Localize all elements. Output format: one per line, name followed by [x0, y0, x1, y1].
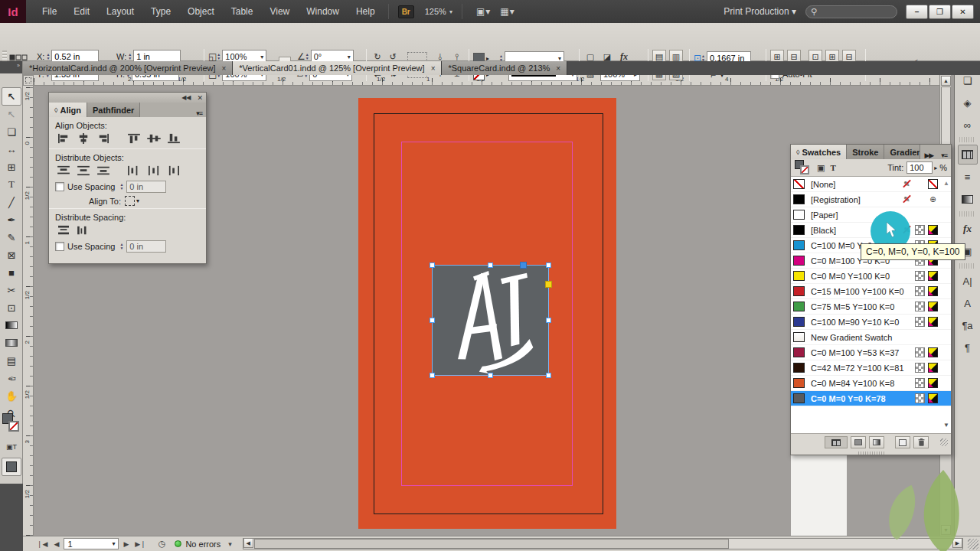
selection-tool[interactable]: ↖ — [2, 87, 21, 106]
dist-bottom-button[interactable] — [93, 164, 113, 178]
swatch-row[interactable]: C=0 M=100 Y=53 K=37 — [791, 345, 951, 360]
show-all-swatches-button[interactable] — [825, 436, 848, 448]
show-gradient-swatches-button[interactable] — [869, 436, 884, 448]
show-color-swatches-button[interactable] — [851, 436, 866, 448]
close-tab-icon[interactable]: × — [431, 64, 436, 73]
panel-collapse-icon[interactable]: » — [0, 61, 22, 73]
swatch-row[interactable]: [Registration]✎⊕ — [791, 192, 951, 207]
arrange-documents-button[interactable]: ▦▾ — [500, 6, 514, 17]
links-icon[interactable]: ∞ — [958, 115, 978, 135]
menu-view[interactable]: View — [261, 0, 298, 23]
panel-resize-grip[interactable] — [940, 439, 948, 446]
align-bottom-button[interactable] — [164, 132, 184, 145]
card-bleed-area[interactable] — [358, 98, 616, 529]
swatch-row[interactable]: C=75 M=5 Y=100 K=0 — [791, 299, 951, 315]
last-page-button[interactable]: ▶❘ — [132, 540, 149, 548]
stroke-swatch-icon[interactable] — [8, 421, 19, 432]
search-input[interactable]: ⚲ — [805, 5, 897, 18]
workspace-switcher[interactable]: Print Production ▾ — [724, 6, 796, 17]
selected-logo-frame[interactable] — [433, 266, 548, 375]
line-tool[interactable]: ╱ — [2, 193, 21, 211]
restore-button[interactable]: ❐ — [929, 5, 951, 19]
document-tab[interactable]: *SquareCard.indd @ 213%× — [442, 61, 567, 75]
spacing-v-button[interactable] — [54, 223, 74, 237]
zoom-level-select[interactable]: 125% — [425, 7, 446, 16]
rectangle-tool[interactable]: ■ — [2, 263, 21, 282]
stroke-icon[interactable]: ≡ — [958, 167, 978, 187]
fill-stroke-proxy[interactable] — [795, 160, 812, 175]
spacing-input[interactable]: 0 in — [126, 240, 166, 253]
eyedropper-tool[interactable]: ✑ — [2, 369, 21, 387]
pencil-tool[interactable]: ✎ — [2, 228, 21, 246]
scroll-up-icon[interactable]: ▲ — [943, 180, 949, 187]
stepper-icon[interactable]: ▲▼ — [305, 53, 309, 60]
formatting-affects-container-icon[interactable]: ▣T — [2, 438, 21, 456]
collapse-panel-icon[interactable]: ◀◀ — [181, 94, 191, 101]
align-center-v-button[interactable] — [144, 132, 164, 145]
stepper-icon[interactable]: ▲▼ — [217, 53, 220, 60]
gap-tool[interactable]: ↔ — [2, 140, 21, 158]
resize-handle[interactable] — [430, 318, 435, 323]
align-left-button[interactable] — [54, 132, 74, 145]
document-tab[interactable]: *VerticalCard01.indd @ 125% [Overprint P… — [233, 61, 442, 75]
scroll-down-icon[interactable]: ▼ — [943, 422, 949, 429]
dist-center-h-button[interactable] — [144, 164, 164, 178]
ruler-origin-box[interactable] — [23, 75, 34, 86]
chevron-down-icon[interactable]: ▾ — [225, 540, 235, 548]
swatches-icon[interactable] — [958, 145, 978, 165]
expand-icon[interactable]: ▶▶ — [920, 152, 937, 159]
resize-handle[interactable] — [488, 373, 493, 378]
resize-handle[interactable] — [546, 262, 551, 268]
scrollbar-thumb[interactable] — [254, 539, 729, 549]
direct-selection-tool[interactable]: ↖ — [2, 105, 21, 123]
gradient-swatch-tool[interactable] — [2, 316, 21, 334]
paragraph-icon[interactable]: ¶ — [958, 337, 978, 357]
use-spacing-checkbox[interactable] — [55, 182, 64, 191]
swatch-row[interactable]: C=0 M=0 Y=100 K=0 — [791, 269, 951, 284]
minimize-button[interactable]: – — [906, 5, 928, 19]
pen-tool[interactable]: ✒ — [2, 210, 21, 229]
dist-right-button[interactable] — [164, 164, 184, 178]
menu-help[interactable]: Help — [348, 0, 384, 23]
tab-align[interactable]: ◊Align — [49, 103, 87, 117]
dist-center-v-button[interactable] — [74, 164, 93, 178]
menu-layout[interactable]: Layout — [98, 0, 142, 23]
menu-table[interactable]: Table — [223, 0, 262, 23]
gradient-icon[interactable] — [958, 189, 978, 209]
scroll-left-icon[interactable]: ◀ — [243, 538, 253, 548]
menu-object[interactable]: Object — [179, 0, 223, 23]
stepper-icon[interactable]: ▲▼ — [119, 243, 123, 250]
note-tool[interactable]: ▤ — [2, 351, 21, 370]
first-page-button[interactable]: ❘◀ — [34, 540, 51, 548]
resize-handle[interactable] — [546, 318, 551, 323]
bridge-button[interactable]: Br — [398, 5, 414, 18]
spacing-input[interactable]: 0 in — [126, 181, 166, 193]
hand-tool[interactable]: ✋ — [2, 386, 21, 405]
swatch-row[interactable]: [None]✎ — [791, 177, 951, 192]
close-button[interactable]: ✕ — [952, 5, 974, 19]
page-tool[interactable]: ❏ — [2, 122, 21, 141]
vertical-ruler[interactable]: 1/201/211/221/231/2 — [23, 86, 34, 536]
close-tab-icon[interactable]: × — [556, 64, 560, 73]
menu-edit[interactable]: Edit — [65, 0, 98, 23]
swatch-row[interactable]: C=0 M=0 Y=0 K=78 — [791, 391, 951, 406]
swatch-row[interactable]: C=15 M=100 Y=100 K=0 — [791, 284, 951, 299]
panel-title-bar[interactable]: ◀◀ ✕ — [49, 93, 206, 103]
stepper-icon[interactable]: ▲▼ — [46, 53, 50, 60]
tab-gradient[interactable]: Gradien — [884, 145, 920, 159]
gradient-feather-tool[interactable] — [2, 334, 21, 352]
layers-icon[interactable]: ◈ — [958, 93, 978, 112]
content-collector-tool[interactable]: ⊞ — [2, 158, 21, 176]
panel-grip[interactable] — [791, 451, 951, 455]
align-top-button[interactable] — [124, 132, 144, 145]
previous-page-button[interactable]: ◀ — [51, 540, 62, 548]
resize-handle[interactable] — [430, 373, 435, 378]
panel-menu-button[interactable]: ▾≡ — [192, 109, 206, 117]
new-swatch-button[interactable] — [895, 436, 910, 448]
document-tab[interactable]: *HorizontalCard.indd @ 200% [Overprint P… — [23, 61, 233, 75]
view-options-button[interactable]: ▣▾ — [476, 6, 491, 17]
swatch-row[interactable]: New Gradient Swatch — [791, 330, 951, 345]
tint-input[interactable]: 100 — [906, 161, 933, 174]
tab-pathfinder[interactable]: Pathfinder — [87, 103, 140, 117]
close-panel-icon[interactable]: ✕ — [197, 94, 203, 102]
